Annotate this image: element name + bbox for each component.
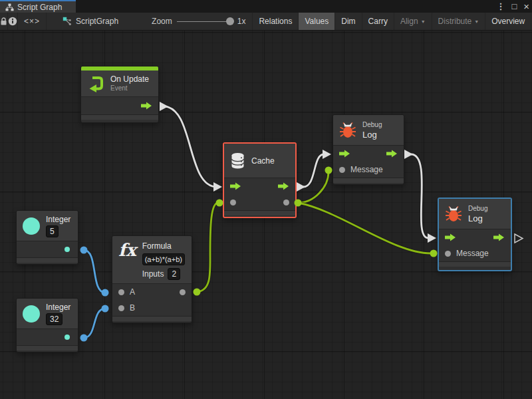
window-close-icon[interactable]: × <box>523 0 529 13</box>
wire-value-cache-debug2[interactable] <box>295 200 438 257</box>
window-maximize-icon[interactable]: □ <box>511 0 517 13</box>
flow-output-port[interactable] <box>278 182 289 190</box>
port-label: Message <box>456 249 489 258</box>
code-toggle-icon: <×> <box>24 17 40 26</box>
graph-canvas[interactable]: On Update Event Cache <box>0 31 532 399</box>
integer-type-icon <box>23 305 40 323</box>
node-cache[interactable]: Cache <box>223 142 297 218</box>
values-button[interactable]: Values <box>299 13 335 30</box>
flow-output-port[interactable] <box>493 233 505 241</box>
port-label: B <box>130 303 135 313</box>
zoom-label: Zoom <box>152 17 172 26</box>
value-output-port[interactable] <box>283 200 289 205</box>
distribute-dropdown[interactable]: Distribute▼ <box>432 13 486 30</box>
node-category: Debug <box>468 204 487 213</box>
message-input-port[interactable] <box>445 251 451 257</box>
overview-button[interactable]: Overview <box>485 13 531 30</box>
zoom-control: Zoom 1x <box>145 13 252 30</box>
script-graph-icon <box>63 17 72 26</box>
integer-value-field[interactable]: 5 <box>46 225 59 237</box>
flow-input-port[interactable] <box>230 182 241 190</box>
flow-output-port[interactable] <box>386 150 398 158</box>
node-category: Debug <box>362 120 382 129</box>
value-output-port[interactable] <box>65 247 70 252</box>
chevron-down-icon: ▼ <box>474 19 479 24</box>
wire-value-integer1-formula-a[interactable] <box>80 247 109 297</box>
node-integer-1[interactable]: Integer 5 <box>16 210 78 265</box>
message-input-port[interactable] <box>339 167 345 173</box>
integer-value-field[interactable]: 32 <box>46 313 63 325</box>
port-label: Message <box>350 165 383 174</box>
code-preview-button[interactable]: <×> <box>18 13 47 30</box>
zoom-slider-handle[interactable] <box>226 17 234 25</box>
graph-toolbar: <×> ScriptGraph Zoom 1x Relations Values… <box>0 13 532 31</box>
bug-icon <box>445 205 462 223</box>
wire-value-integer2-formula-b[interactable] <box>80 305 109 342</box>
zoom-slider[interactable] <box>177 17 233 25</box>
wire-flow-cache-debug1[interactable] <box>297 150 331 192</box>
node-title: Log <box>362 130 382 140</box>
dim-button[interactable]: Dim <box>335 13 362 30</box>
node-title: Formula <box>142 241 185 251</box>
integer-type-icon <box>23 217 40 235</box>
graph-hierarchy-icon <box>5 3 14 11</box>
relations-button[interactable]: Relations <box>253 13 299 30</box>
node-title: Log <box>468 213 487 223</box>
node-integer-2[interactable]: Integer 32 <box>16 298 78 352</box>
wire-flow-onupdate-cache[interactable] <box>160 102 222 192</box>
port-label: A <box>130 287 135 297</box>
node-title: On Update <box>110 74 149 84</box>
formula-fx-icon: fx <box>118 241 136 259</box>
bug-icon <box>339 122 356 139</box>
zoom-value: 1x <box>237 17 246 26</box>
wire-flow-debug1-debug2[interactable] <box>404 150 436 243</box>
inspect-button[interactable] <box>8 13 18 30</box>
database-icon <box>230 152 245 170</box>
value-output-port[interactable] <box>65 334 70 340</box>
node-title: Integer <box>46 303 70 312</box>
chevron-down-icon: ▼ <box>421 19 426 24</box>
carry-button[interactable]: Carry <box>362 13 394 30</box>
wire-value-formula-cache[interactable] <box>194 200 223 296</box>
window-titlebar: Script Graph ⋮ □ × <box>0 0 532 13</box>
align-dropdown[interactable]: Align▼ <box>394 13 432 30</box>
node-title: Integer <box>46 215 70 224</box>
node-debug-log-1[interactable]: Debug Log Message <box>332 114 404 185</box>
window-menu-icon[interactable]: ⋮ <box>496 0 505 13</box>
flow-input-port[interactable] <box>339 150 350 158</box>
graph-breadcrumb[interactable]: ScriptGraph <box>56 13 125 30</box>
node-on-update[interactable]: On Update Event <box>80 66 159 123</box>
node-subtitle: Event <box>110 84 149 92</box>
info-icon <box>8 17 17 26</box>
tab-title: Script Graph <box>17 3 62 12</box>
inputs-label: Inputs <box>142 269 164 279</box>
node-debug-log-2[interactable]: Debug Log Message <box>438 198 512 271</box>
flow-output-port[interactable] <box>141 102 152 110</box>
node-title: Cache <box>251 156 275 166</box>
node-formula[interactable]: fx Formula (a+b)*(a+b) Inputs 2 A B <box>112 235 192 323</box>
lock-button[interactable] <box>0 13 8 30</box>
inputs-count-field[interactable]: 2 <box>168 268 180 280</box>
result-output-port[interactable] <box>180 289 186 295</box>
wire-value-cache-debug1[interactable] <box>298 167 332 203</box>
unconnected-flow-port-triangle[interactable] <box>515 234 523 243</box>
on-update-loop-icon <box>87 75 104 92</box>
formula-expression-field[interactable]: (a+b)*(a+b) <box>142 253 185 265</box>
value-input-port[interactable] <box>230 200 236 205</box>
tab-script-graph[interactable]: Script Graph <box>0 0 76 13</box>
lock-icon <box>0 17 7 26</box>
flow-input-port[interactable] <box>445 233 456 241</box>
input-a-port[interactable] <box>118 289 124 295</box>
input-b-port[interactable] <box>118 305 124 311</box>
graph-name-label: ScriptGraph <box>76 17 118 26</box>
